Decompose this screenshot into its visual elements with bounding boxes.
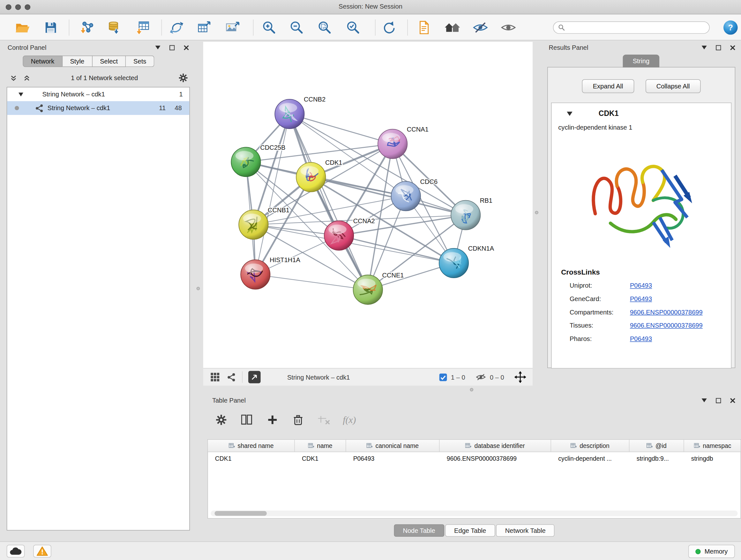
pan-crosshair-icon[interactable] — [515, 371, 526, 383]
tab-string[interactable]: String — [623, 55, 660, 67]
close-panel-button[interactable] — [182, 44, 190, 51]
float-panel-button[interactable] — [715, 44, 722, 51]
network-collection-row[interactable]: String Network – cdk1 1 — [7, 87, 189, 101]
network-node-ccna2[interactable]: CCNA2 — [324, 217, 375, 250]
crosslink-link-genecard[interactable]: P06493 — [630, 295, 652, 302]
right-splitter-handle[interactable] — [535, 211, 538, 214]
export-table-button[interactable] — [196, 19, 212, 36]
collapse-all-button[interactable]: Collapse All — [645, 79, 700, 93]
collapse-panel-button[interactable] — [700, 396, 708, 404]
export-image-button[interactable] — [225, 19, 241, 36]
refresh-arrows-icon — [381, 20, 396, 35]
network-node-cdk1[interactable]: CDK1 — [296, 159, 342, 192]
network-node-ccnb2[interactable]: CCNB2 — [275, 96, 326, 129]
network-overview-button[interactable] — [226, 372, 237, 382]
close-panel-button[interactable] — [729, 396, 736, 404]
birds-eye-view-button[interactable] — [210, 372, 220, 382]
cloud-status-button[interactable] — [7, 545, 25, 557]
network-edge[interactable] — [339, 236, 454, 263]
network-node-ccna1[interactable]: CCNA1 — [378, 126, 428, 159]
apply-layout-button[interactable] — [381, 19, 397, 36]
home-button[interactable] — [443, 19, 461, 36]
table-panel-title: Table Panel — [212, 397, 246, 404]
open-session-button[interactable] — [14, 19, 30, 36]
zoom-fit-content-button[interactable] — [317, 19, 333, 36]
network-node-ccnb1[interactable]: CCNB1 — [239, 206, 289, 240]
table-row[interactable]: CDK1CDK1P064939606.ENSP00000378699cyclin… — [208, 452, 741, 465]
delete-column-button[interactable] — [291, 413, 306, 427]
collapse-panel-button[interactable] — [154, 44, 161, 51]
scrollbar-thumb[interactable] — [214, 511, 267, 516]
column-header-name[interactable]: name — [295, 440, 346, 451]
hidden-eye-slash-icon[interactable] — [475, 373, 486, 381]
column-header-database-identifier[interactable]: database identifier — [440, 440, 551, 451]
network-row-selected[interactable]: String Network – cdk1 11 48 — [7, 101, 189, 115]
crosslink-link-pharos[interactable]: P06493 — [630, 335, 652, 342]
network-node-hist1h1a[interactable]: HIST1H1A — [241, 256, 300, 289]
horizontal-scrollbar[interactable] — [211, 510, 738, 516]
column-header-canonical-name[interactable]: canonical name — [346, 440, 440, 451]
close-panel-button[interactable] — [729, 44, 736, 51]
column-header--id[interactable]: @id — [629, 440, 684, 451]
network-edge[interactable] — [289, 114, 367, 290]
network-node-rb1[interactable]: RB1 — [451, 197, 492, 230]
create-column-button[interactable] — [266, 413, 280, 427]
help-button[interactable]: ? — [723, 19, 739, 36]
tab-network[interactable]: Network — [23, 56, 62, 67]
tab-node-table[interactable]: Node Table — [394, 524, 444, 537]
import-network-file-button[interactable] — [79, 19, 95, 36]
network-node-ccne1[interactable]: CCNE1 — [353, 272, 404, 305]
save-session-button[interactable] — [43, 19, 59, 36]
zoom-selected-button[interactable] — [345, 19, 361, 36]
table-options-button[interactable] — [214, 413, 228, 427]
new-network-selection-button[interactable] — [169, 19, 185, 36]
open-document-button[interactable] — [416, 19, 432, 36]
bottom-splitter-handle[interactable] — [470, 388, 473, 391]
memory-button[interactable]: Memory — [688, 545, 735, 558]
expand-all-networks-button[interactable] — [23, 74, 30, 82]
search-field[interactable] — [553, 21, 710, 34]
column-header-namespac[interactable]: namespac — [684, 440, 741, 451]
network-edge[interactable] — [255, 114, 289, 274]
left-splitter-handle[interactable] — [197, 287, 200, 290]
import-network-database-button[interactable] — [105, 19, 122, 36]
network-edge[interactable] — [289, 114, 393, 144]
crosslink-link-compartments[interactable]: 9606.ENSP00000378699 — [630, 309, 703, 316]
protein-section-header[interactable]: CDK1 — [551, 103, 731, 124]
selected-checkbox-icon[interactable] — [439, 373, 447, 381]
network-canvas[interactable]: CCNB2CCNA1CDC25BCDK1CDC6RB1CCNB1CCNA2CDK… — [203, 42, 533, 368]
show-graphics-details-button[interactable] — [500, 19, 517, 36]
collapse-section-icon[interactable] — [567, 111, 572, 116]
search-input[interactable] — [568, 23, 704, 30]
collapse-panel-button[interactable] — [700, 44, 708, 51]
zoom-in-button[interactable] — [261, 19, 277, 36]
zoom-out-button[interactable] — [288, 19, 305, 36]
network-options-button[interactable] — [179, 73, 188, 83]
show-columns-button[interactable] — [240, 413, 254, 427]
column-header-description[interactable]: description — [551, 440, 629, 451]
tab-edge-table[interactable]: Edge Table — [445, 524, 495, 537]
network-edge[interactable] — [255, 274, 368, 290]
crosslink-link-uniprot[interactable]: P06493 — [630, 282, 652, 289]
tab-select[interactable]: Select — [92, 56, 126, 67]
crosslink-link-tissues[interactable]: 9606.ENSP00000378699 — [630, 322, 703, 329]
detach-view-button[interactable] — [248, 371, 261, 383]
float-panel-button[interactable] — [715, 396, 722, 404]
float-panel-button[interactable] — [168, 44, 176, 51]
protein-name: CDK1 — [599, 109, 619, 118]
warnings-button[interactable] — [33, 545, 51, 557]
hide-graphics-details-button[interactable] — [472, 19, 488, 36]
tab-network-table[interactable]: Network Table — [496, 524, 554, 537]
table-panel-tabs: Node TableEdge TableNetwork Table — [207, 523, 741, 538]
expand-all-button[interactable]: Expand All — [582, 79, 634, 93]
network-node-cdkn1a[interactable]: CDKN1A — [439, 245, 494, 278]
crosslink-label-compartments: Compartments: — [569, 309, 630, 316]
tab-style[interactable]: Style — [63, 56, 92, 67]
tab-sets[interactable]: Sets — [126, 56, 154, 67]
import-table-file-button[interactable] — [135, 19, 151, 36]
column-header-shared-name[interactable]: shared name — [208, 440, 295, 451]
network-view[interactable]: CCNB2CCNA1CDC25BCDK1CDC6RB1CCNB1CCNA2CDK… — [203, 42, 533, 368]
collapse-all-networks-button[interactable] — [10, 74, 17, 82]
expander-triangle-icon[interactable] — [18, 92, 23, 96]
table-toolbar: f(x) — [207, 407, 741, 433]
